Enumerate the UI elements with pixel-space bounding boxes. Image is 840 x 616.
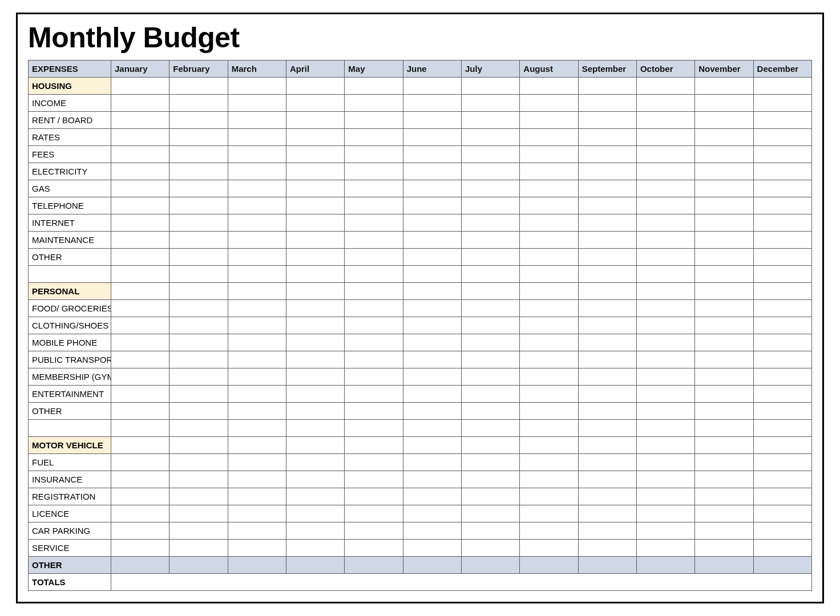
value-cell[interactable]	[345, 454, 403, 471]
value-cell[interactable]	[169, 522, 228, 540]
value-cell[interactable]	[636, 95, 694, 112]
value-cell[interactable]	[403, 522, 461, 540]
value-cell[interactable]	[403, 334, 461, 351]
value-cell[interactable]	[753, 386, 811, 403]
value-cell[interactable]	[403, 180, 461, 197]
value-cell[interactable]	[169, 129, 228, 146]
value-cell[interactable]	[636, 403, 694, 420]
value-cell[interactable]	[403, 351, 461, 368]
value-cell[interactable]	[636, 522, 694, 540]
value-cell[interactable]	[520, 386, 578, 403]
value-cell[interactable]	[461, 197, 519, 214]
value-cell[interactable]	[578, 505, 636, 522]
value-cell[interactable]	[111, 386, 169, 403]
value-cell[interactable]	[403, 557, 461, 574]
value-cell[interactable]	[111, 471, 169, 488]
value-cell[interactable]	[111, 95, 169, 112]
value-cell[interactable]	[695, 197, 753, 214]
value-cell[interactable]	[636, 368, 694, 386]
value-cell[interactable]	[345, 283, 403, 300]
value-cell[interactable]	[520, 112, 578, 129]
value-cell[interactable]	[228, 95, 286, 112]
value-cell[interactable]	[403, 146, 461, 163]
value-cell[interactable]	[695, 454, 753, 471]
value-cell[interactable]	[111, 129, 169, 146]
value-cell[interactable]	[520, 454, 578, 471]
value-cell[interactable]	[578, 180, 636, 197]
value-cell[interactable]	[695, 403, 753, 420]
value-cell[interactable]	[520, 437, 578, 454]
value-cell[interactable]	[286, 505, 344, 522]
value-cell[interactable]	[695, 214, 753, 232]
value-cell[interactable]	[753, 317, 811, 334]
value-cell[interactable]	[111, 403, 169, 420]
value-cell[interactable]	[286, 197, 344, 214]
value-cell[interactable]	[403, 488, 461, 505]
value-cell[interactable]	[286, 540, 344, 557]
value-cell[interactable]	[403, 368, 461, 386]
value-cell[interactable]	[286, 232, 344, 249]
value-cell[interactable]	[695, 351, 753, 368]
value-cell[interactable]	[695, 557, 753, 574]
value-cell[interactable]	[461, 283, 519, 300]
value-cell[interactable]	[111, 351, 169, 368]
value-cell[interactable]	[345, 232, 403, 249]
value-cell[interactable]	[345, 386, 403, 403]
value-cell[interactable]	[228, 437, 286, 454]
value-cell[interactable]	[286, 334, 344, 351]
value-cell[interactable]	[695, 129, 753, 146]
value-cell[interactable]	[169, 471, 228, 488]
value-cell[interactable]	[520, 163, 578, 180]
value-cell[interactable]	[578, 300, 636, 317]
value-cell[interactable]	[345, 317, 403, 334]
value-cell[interactable]	[753, 197, 811, 214]
value-cell[interactable]	[111, 454, 169, 471]
value-cell[interactable]	[695, 112, 753, 129]
value-cell[interactable]	[228, 163, 286, 180]
value-cell[interactable]	[753, 454, 811, 471]
value-cell[interactable]	[753, 505, 811, 522]
value-cell[interactable]	[636, 232, 694, 249]
value-cell[interactable]	[169, 368, 228, 386]
value-cell[interactable]	[520, 78, 578, 95]
value-cell[interactable]	[286, 163, 344, 180]
value-cell[interactable]	[169, 317, 228, 334]
value-cell[interactable]	[169, 180, 228, 197]
value-cell[interactable]	[169, 78, 228, 95]
value-cell[interactable]	[111, 368, 169, 386]
value-cell[interactable]	[578, 403, 636, 420]
value-cell[interactable]	[286, 488, 344, 505]
value-cell[interactable]	[286, 403, 344, 420]
value-cell[interactable]	[286, 180, 344, 197]
value-cell[interactable]	[753, 78, 811, 95]
value-cell[interactable]	[345, 163, 403, 180]
value-cell[interactable]	[578, 454, 636, 471]
value-cell[interactable]	[520, 351, 578, 368]
value-cell[interactable]	[461, 522, 519, 540]
value-cell[interactable]	[578, 351, 636, 368]
value-cell[interactable]	[403, 300, 461, 317]
value-cell[interactable]	[111, 112, 169, 129]
value-cell[interactable]	[169, 146, 228, 163]
value-cell[interactable]	[578, 95, 636, 112]
value-cell[interactable]	[286, 368, 344, 386]
value-cell[interactable]	[228, 129, 286, 146]
value-cell[interactable]	[578, 163, 636, 180]
value-cell[interactable]	[228, 78, 286, 95]
value-cell[interactable]	[111, 249, 169, 266]
value-cell[interactable]	[403, 505, 461, 522]
value-cell[interactable]	[345, 368, 403, 386]
value-cell[interactable]	[636, 283, 694, 300]
value-cell[interactable]	[636, 214, 694, 232]
value-cell[interactable]	[403, 78, 461, 95]
value-cell[interactable]	[753, 214, 811, 232]
value-cell[interactable]	[753, 540, 811, 557]
value-cell[interactable]	[403, 317, 461, 334]
value-cell[interactable]	[345, 437, 403, 454]
value-cell[interactable]	[695, 249, 753, 266]
value-cell[interactable]	[461, 454, 519, 471]
value-cell[interactable]	[578, 317, 636, 334]
value-cell[interactable]	[461, 180, 519, 197]
value-cell[interactable]	[461, 112, 519, 129]
value-cell[interactable]	[286, 522, 344, 540]
